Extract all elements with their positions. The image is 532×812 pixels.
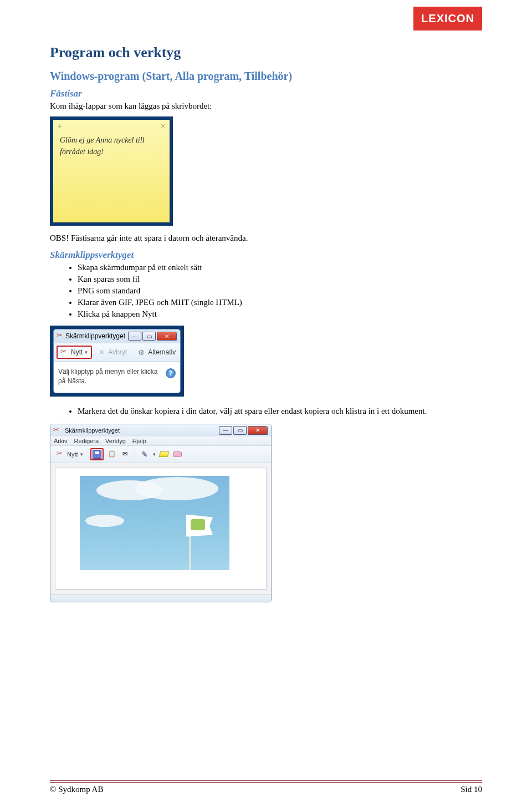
- list-item: PNG som standard: [78, 286, 482, 296]
- highlighter-button[interactable]: [159, 449, 169, 459]
- list-item: Klarar även GIF, JPEG och MHT (single HT…: [78, 298, 482, 307]
- snipping-tool-window: Skärmklippverktyget — ▭ ✕ Nytt ▾ Avbryt: [53, 329, 181, 393]
- cancel-button[interactable]: Avbryt: [95, 346, 131, 358]
- page-footer: © Sydkomp AB Sid 10: [50, 780, 482, 794]
- captured-sky-image: [80, 476, 229, 570]
- subsection-title: Windows-program (Start, Alla program, Ti…: [50, 70, 482, 83]
- chevron-down-icon: ▾: [85, 349, 88, 355]
- new-button[interactable]: Nytt ▾: [53, 448, 87, 460]
- sticky-note-screenshot: + × Glöm ej ge Anna nyckel till förrådet…: [50, 116, 173, 226]
- floppy-icon: [93, 450, 101, 459]
- flag-emblem: [191, 519, 205, 530]
- list-item: Markera det du önskar kopiera i din dato…: [78, 407, 482, 416]
- options-button[interactable]: Alternativ: [134, 346, 180, 359]
- x-icon: [99, 348, 106, 356]
- options-button-label: Alternativ: [148, 348, 176, 356]
- titlebar: Skärmklippverktyget — ▭ ✕: [50, 424, 271, 437]
- minimize-button[interactable]: —: [128, 332, 141, 341]
- hint-text: Välj klipptyp på menyn eller klicka på N…: [58, 367, 161, 386]
- sticky-add-icon: +: [58, 122, 62, 131]
- snip-window-screenshot: Skärmklippverktyget — ▭ ✕ Nytt ▾ Avbryt: [50, 326, 184, 397]
- sticky-close-icon: ×: [161, 122, 165, 131]
- maximize-button[interactable]: ▭: [233, 426, 247, 435]
- capture-canvas: [55, 468, 267, 590]
- toolbar: Nytt ▾ 📋 ✉ ▾: [50, 446, 271, 463]
- snip-heading: Skärmklippsverktyget: [50, 250, 482, 261]
- menu-verktyg[interactable]: Verktyg: [105, 438, 126, 444]
- minimize-button[interactable]: —: [219, 426, 232, 435]
- titlebar: Skärmklippverktyget — ▭ ✕: [54, 329, 180, 343]
- pen-icon: [141, 450, 148, 459]
- chevron-down-icon: ▾: [80, 451, 83, 457]
- menu-arkiv[interactable]: Arkiv: [54, 438, 67, 444]
- new-button[interactable]: Nytt ▾: [57, 346, 92, 359]
- cloud-shape: [135, 477, 218, 500]
- scissors-icon: [61, 348, 69, 356]
- footer-right: Sid 10: [461, 785, 482, 794]
- list-item: Skapa skärmdumpar på ett enkelt sätt: [78, 263, 482, 272]
- pen-button[interactable]: [140, 449, 150, 459]
- menu-hjalp[interactable]: Hjälp: [132, 438, 146, 444]
- snip-bullet-list: Skapa skärmdumpar på ett enkelt sätt Kan…: [78, 263, 482, 319]
- separator: [135, 449, 135, 460]
- copy-button[interactable]: 📋: [107, 449, 117, 459]
- snip-bullet-list-2: Markera det du önskar kopiera i din dato…: [78, 407, 482, 416]
- cancel-button-label: Avbryt: [108, 348, 127, 356]
- gear-icon: [138, 348, 146, 357]
- close-button[interactable]: ✕: [248, 426, 268, 435]
- highlighter-icon: [158, 451, 169, 457]
- help-icon[interactable]: ?: [166, 368, 176, 378]
- fastisar-intro: Kom ihåg-lappar som kan läggas på skrivb…: [50, 101, 482, 111]
- menu-bar: Arkiv Redigera Verktyg Hjälp: [50, 437, 271, 446]
- toolbar: Nytt ▾ Avbryt Alternativ: [54, 343, 180, 362]
- cloud-shape: [85, 515, 124, 527]
- list-item: Klicka på knappen Nytt: [78, 309, 482, 319]
- save-button[interactable]: [90, 448, 104, 460]
- new-button-label: Nytt: [67, 451, 78, 458]
- brand-logo: LEXICON: [413, 7, 482, 31]
- status-bar: [50, 594, 271, 602]
- scissors-icon: [57, 332, 63, 340]
- window-title: Skärmklippverktyget: [65, 332, 125, 340]
- new-button-label: Nytt: [71, 348, 83, 356]
- sticky-note: + × Glöm ej ge Anna nyckel till förrådet…: [53, 120, 170, 222]
- list-item: Kan sparas som fil: [78, 275, 482, 284]
- scissors-icon: [54, 427, 62, 434]
- eraser-icon: [173, 451, 182, 457]
- sticky-note-text: Glöm ej ge Anna nyckel till förrådet ida…: [53, 133, 170, 159]
- snip-editor-screenshot: Skärmklippverktyget — ▭ ✕ Arkiv Redigera…: [50, 424, 272, 602]
- mail-button[interactable]: ✉: [120, 449, 130, 459]
- flag: [186, 515, 213, 537]
- fastisar-heading: Fästisar: [50, 88, 482, 99]
- menu-redigera[interactable]: Redigera: [74, 438, 99, 444]
- scissors-icon: [57, 450, 65, 458]
- footer-left: © Sydkomp AB: [50, 785, 103, 794]
- eraser-button[interactable]: [172, 449, 182, 459]
- close-button[interactable]: ✕: [157, 332, 177, 341]
- maximize-button[interactable]: ▭: [142, 332, 156, 341]
- window-title: Skärmklippverktyget: [65, 427, 216, 434]
- page-title: Program och verktyg: [50, 44, 482, 61]
- fastisar-obs: OBS! Fästisarna går inte att spara i dat…: [50, 234, 482, 243]
- chevron-down-icon[interactable]: ▾: [153, 451, 156, 457]
- document-page: Program och verktyg Windows-program (Sta…: [0, 0, 532, 652]
